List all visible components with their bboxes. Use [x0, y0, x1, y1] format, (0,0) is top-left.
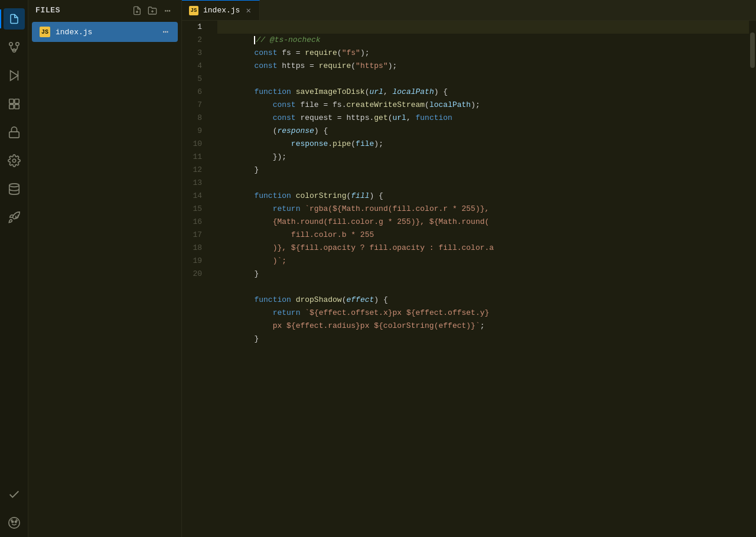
line-num-12: 12	[182, 164, 208, 177]
activity-lock[interactable]	[0, 118, 28, 147]
activity-extensions[interactable]	[0, 90, 28, 118]
code-line-3: const https = require("https");	[217, 47, 749, 60]
editor-area: JS index.js ✕ 1 2 3 4 5 6 7 8 9 10 11 12…	[182, 0, 756, 537]
tab-close-button[interactable]: ✕	[245, 6, 252, 15]
svg-point-10	[12, 159, 16, 162]
code-editor[interactable]: 1 2 3 4 5 6 7 8 9 10 11 12 13 14 15 16 1…	[182, 21, 756, 537]
file-item-indexjs[interactable]: JS index.js ⋯	[32, 22, 178, 42]
line-num-20: 20	[182, 268, 208, 281]
line-num-9: 9	[182, 125, 208, 138]
sidebar-actions: ⋯	[131, 4, 174, 17]
vertical-scrollbar[interactable]	[749, 21, 756, 537]
svg-point-1	[15, 43, 19, 46]
code-line-11: }	[217, 151, 749, 164]
sidebar-header: Files ⋯	[28, 0, 181, 21]
code-line-12	[217, 164, 749, 177]
code-line-9: response.pipe(file);	[217, 125, 749, 138]
lock-icon	[8, 126, 21, 139]
file-name: index.js	[56, 28, 160, 37]
more-actions-button[interactable]: ⋯	[161, 4, 174, 17]
line-num-11: 11	[182, 151, 208, 164]
code-line-18: )`;	[217, 242, 749, 255]
source-control-icon	[8, 41, 21, 54]
line-num-13: 13	[182, 177, 208, 190]
code-line-1: // @ts-nocheck	[217, 21, 749, 34]
tab-label: index.js	[203, 6, 240, 15]
code-line-21: function dropShadow(effect) {	[217, 281, 749, 294]
scrollbar-thumb[interactable]	[750, 32, 755, 68]
code-line-2: const fs = require("fs");	[217, 34, 749, 47]
line-num-1: 1	[182, 21, 208, 34]
database-icon	[8, 183, 21, 196]
line-num-3: 3	[182, 47, 208, 60]
code-line-15: {Math.round(fill.color.g * 255)}, ${Math…	[217, 203, 749, 216]
alien-icon	[8, 516, 21, 529]
svg-rect-5	[9, 99, 13, 103]
tab-file-icon: JS	[189, 6, 198, 15]
sidebar-title: Files	[35, 6, 60, 15]
code-line-14: return `rgba(${Math.round(fill.color.r *…	[217, 190, 749, 203]
new-folder-button[interactable]	[146, 4, 159, 17]
js-file-icon: JS	[39, 26, 51, 38]
line-numbers: 1 2 3 4 5 6 7 8 9 10 11 12 13 14 15 16 1…	[182, 21, 213, 537]
line-num-16: 16	[182, 216, 208, 229]
activity-deploy[interactable]	[0, 203, 28, 232]
line-num-10: 10	[182, 138, 208, 151]
activity-source-control[interactable]	[0, 33, 28, 61]
code-line-6: const file = fs.createWriteStream(localP…	[217, 86, 749, 99]
file-more-button[interactable]: ⋯	[160, 25, 171, 39]
settings-icon	[8, 154, 21, 167]
line-num-18: 18	[182, 242, 208, 255]
extensions-icon	[8, 97, 21, 110]
new-file-button[interactable]	[131, 4, 144, 17]
line-num-6: 6	[182, 86, 208, 99]
line-num-14: 14	[182, 190, 208, 203]
code-line-20	[217, 268, 749, 281]
checkmark-icon	[8, 488, 21, 501]
svg-point-11	[9, 184, 19, 187]
activity-files[interactable]	[0, 5, 28, 33]
svg-rect-6	[14, 99, 18, 103]
code-line-23: px ${effect.radius}px ${colorString(effe…	[217, 307, 749, 320]
rocket-icon	[8, 211, 21, 224]
code-line-22: return `${effect.offset.x}px ${effect.of…	[217, 294, 749, 307]
line-num-2: 2	[182, 34, 208, 47]
activity-run[interactable]	[0, 61, 28, 90]
code-line-7: const request = https.get(url, function	[217, 99, 749, 112]
tab-indexjs[interactable]: JS index.js ✕	[182, 0, 260, 20]
code-line-8: (response) {	[217, 112, 749, 125]
line-num-4: 4	[182, 60, 208, 73]
line-num-15: 15	[182, 203, 208, 216]
svg-point-12	[11, 521, 13, 523]
line-num-17: 17	[182, 229, 208, 242]
sidebar: Files ⋯ JS index	[28, 0, 182, 537]
code-line-4	[217, 60, 749, 73]
code-line-17: )}, ${fill.opacity ? fill.opacity : fill…	[217, 229, 749, 242]
svg-rect-9	[9, 132, 19, 138]
activity-bar	[0, 0, 28, 537]
files-icon	[4, 8, 25, 30]
run-icon	[8, 69, 21, 82]
svg-rect-7	[9, 105, 13, 109]
code-line-10: });	[217, 138, 749, 151]
svg-marker-3	[10, 71, 18, 81]
code-line-16: fill.color.b * 255	[217, 216, 749, 229]
line-num-19: 19	[182, 255, 208, 268]
code-line-5: function saveImageToDisk(url, localPath)…	[217, 73, 749, 86]
svg-point-0	[9, 43, 12, 46]
activity-alien[interactable]	[0, 509, 28, 537]
line-num-7: 7	[182, 99, 208, 112]
line-num-5: 5	[182, 73, 208, 86]
tab-bar: JS index.js ✕	[182, 0, 756, 21]
code-lines: // @ts-nocheck const fs = require("fs");…	[213, 21, 749, 537]
activity-check[interactable]	[0, 480, 28, 509]
code-line-19: }	[217, 255, 749, 268]
activity-settings[interactable]	[0, 147, 28, 175]
activity-database[interactable]	[0, 175, 28, 203]
code-line-24: }	[217, 320, 749, 333]
svg-rect-8	[14, 105, 18, 109]
line-num-8: 8	[182, 112, 208, 125]
code-line-13: function colorString(fill) {	[217, 177, 749, 190]
svg-point-13	[15, 521, 17, 523]
